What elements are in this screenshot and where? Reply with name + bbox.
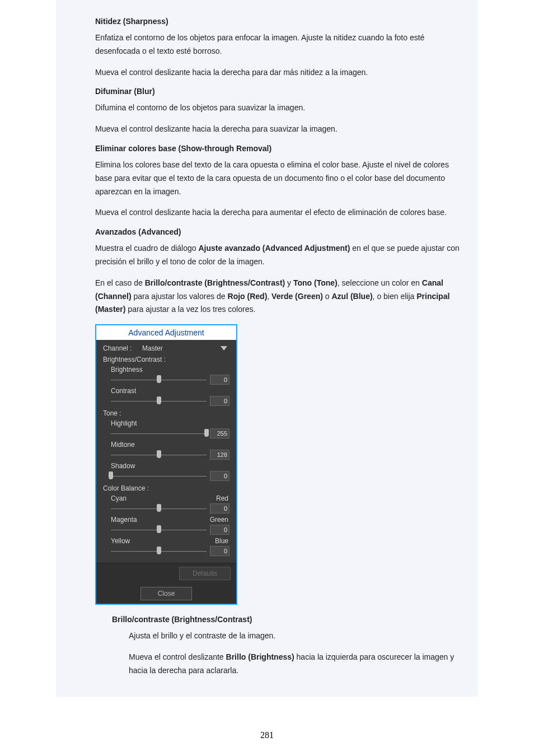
para-showthrough-2: Mueva el control deslizante hacia la der… [73, 206, 461, 220]
highlight-label: Highlight [111, 419, 229, 427]
para-showthrough-1: Elimina los colores base del texto de la… [73, 158, 461, 198]
text: , o bien elija [373, 292, 417, 301]
cb-yellow-blue-slider[interactable] [111, 547, 207, 556]
section-title-sharpness: Nitidez (Sharpness) [73, 17, 461, 26]
brightness-contrast-group-label: Brightness/Contrast : [103, 356, 229, 363]
yellow-label: Yellow [111, 537, 130, 545]
brightness-slider-row: 0 [111, 375, 229, 385]
cb-cyan-red-labels: Cyan Red [111, 494, 229, 502]
channel-select[interactable]: Master [142, 344, 229, 352]
advanced-adjustment-panel: Advanced Adjustment Channel : Master Bri… [95, 324, 237, 605]
highlight-value[interactable]: 255 [210, 428, 229, 438]
para-brightcontrast-1: Ajusta el brillo y el contraste de la im… [73, 629, 461, 643]
bold-green: Verde (Green) [271, 292, 323, 301]
contrast-slider-row: 0 [111, 396, 229, 406]
page-number: 281 [0, 730, 534, 740]
text: , seleccione un color en [338, 278, 422, 287]
brightness-value[interactable]: 0 [210, 375, 229, 385]
cb-yellow-blue-value[interactable]: 0 [210, 546, 229, 556]
defaults-button[interactable]: Defaults [179, 567, 231, 580]
channel-label: Channel : [103, 344, 142, 352]
channel-row: Channel : Master [103, 344, 229, 352]
cb-cyan-red-value[interactable]: 0 [210, 503, 229, 514]
midtone-value[interactable]: 128 [210, 450, 229, 460]
contrast-slider[interactable] [111, 396, 207, 405]
text: En el caso de [95, 278, 145, 287]
brightness-label: Brightness [111, 366, 229, 374]
bold-red: Rojo (Red) [228, 292, 268, 301]
shadow-slider-row: 0 [111, 471, 229, 481]
para-advanced-2: En el caso de Brillo/contraste (Brightne… [73, 277, 461, 316]
advanced-adjustment-panel-wrap: Advanced Adjustment Channel : Master Bri… [73, 324, 461, 605]
panel-footer-close: Close [96, 584, 236, 604]
panel-title: Advanced Adjustment [96, 325, 236, 340]
highlight-slider[interactable] [111, 429, 207, 438]
text: para ajustar a la vez los tres colores. [125, 305, 255, 314]
magenta-label: Magenta [111, 516, 137, 524]
bold-brightness-contrast: Brillo/contraste (Brightness/Contrast) [145, 278, 285, 287]
content-area: Nitidez (Sharpness) Enfatiza el contorno… [56, 0, 478, 697]
section-title-blur: Difuminar (Blur) [73, 87, 461, 96]
para-blur-2: Mueva el control deslizante hacia la der… [73, 123, 461, 136]
cb-yellow-blue-slider-row: 0 [111, 546, 229, 556]
para-sharpness-1: Enfatiza el contorno de los objetos para… [73, 31, 461, 58]
text: Muestra el cuadro de diálogo [95, 244, 198, 253]
cb-cyan-red-slider-row: 0 [111, 503, 229, 514]
text: , [267, 292, 271, 301]
brightness-slider[interactable] [111, 375, 207, 384]
panel-body: Channel : Master Brightness/Contrast : B… [96, 340, 236, 563]
cb-cyan-red-slider[interactable] [111, 504, 207, 513]
red-label: Red [189, 494, 229, 502]
bold-advanced-adjustment: Ajuste avanzado (Advanced Adjustment) [198, 244, 350, 253]
text: y [285, 278, 293, 287]
para-brightcontrast-2: Mueva el control deslizante Brillo (Brig… [73, 651, 461, 678]
channel-value: Master [142, 344, 163, 352]
para-sharpness-2: Mueva el control deslizante hacia la der… [73, 66, 461, 80]
contrast-value[interactable]: 0 [210, 396, 229, 406]
cb-magenta-green-slider[interactable] [111, 525, 207, 534]
blue-label: Blue [189, 537, 229, 545]
bold-blue: Azul (Blue) [332, 292, 373, 301]
contrast-label: Contrast [111, 387, 229, 395]
tone-group-label: Tone : [103, 409, 229, 417]
midtone-slider-row: 128 [111, 450, 229, 460]
para-advanced-1: Muestra el cuadro de diálogo Ajuste avan… [73, 242, 461, 269]
text: para ajustar los valores de [132, 292, 228, 301]
chevron-down-icon [221, 346, 227, 351]
para-blur-1: Difumina el contorno de los objetos para… [73, 101, 461, 115]
close-button[interactable]: Close [140, 587, 192, 600]
highlight-slider-row: 255 [111, 428, 229, 438]
subsection-title-brightness-contrast: Brillo/contraste (Brightness/Contrast) [73, 615, 461, 624]
cb-magenta-green-slider-row: 0 [111, 525, 229, 535]
shadow-label: Shadow [111, 462, 229, 470]
section-title-advanced: Avanzados (Advanced) [73, 227, 461, 236]
text: Mueva el control deslizante [129, 652, 226, 661]
text: o [323, 292, 332, 301]
midtone-slider[interactable] [111, 450, 207, 459]
cb-magenta-green-labels: Magenta Green [111, 516, 229, 524]
bold-tone: Tono (Tone) [293, 278, 338, 287]
panel-footer-defaults: Defaults [96, 563, 236, 584]
cb-yellow-blue-labels: Yellow Blue [111, 537, 229, 545]
shadow-value[interactable]: 0 [210, 471, 229, 481]
section-title-showthrough: Eliminar colores base (Show-through Remo… [73, 144, 461, 153]
cb-magenta-green-value[interactable]: 0 [210, 525, 229, 535]
page: Nitidez (Sharpness) Enfatiza el contorno… [0, 0, 534, 756]
bold-brightness: Brillo (Brightness) [226, 652, 294, 661]
color-balance-group-label: Color Balance : [103, 484, 229, 492]
cyan-label: Cyan [111, 494, 127, 502]
shadow-slider[interactable] [111, 472, 207, 480]
green-label: Green [189, 516, 229, 524]
midtone-label: Midtone [111, 441, 229, 449]
